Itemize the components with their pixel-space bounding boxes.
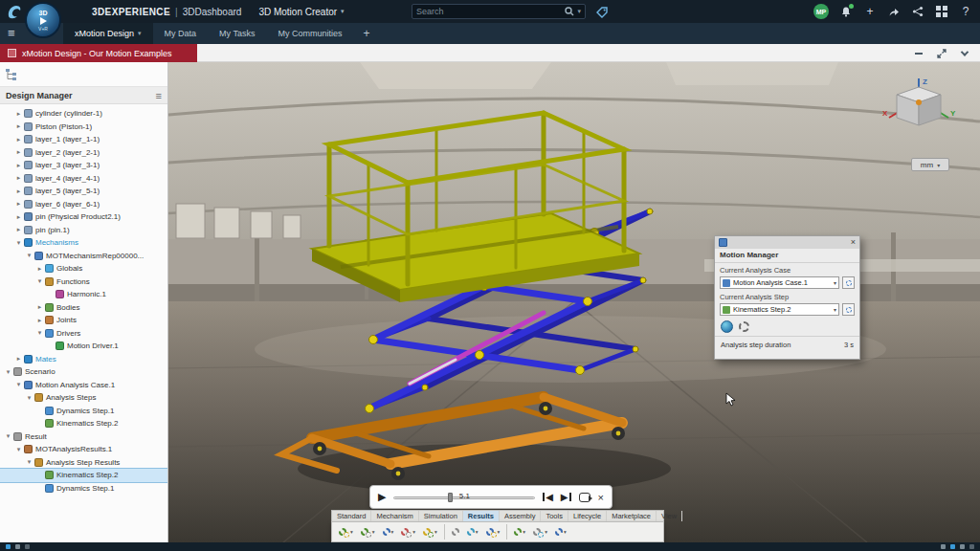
tree-expand-icon[interactable]: ▾	[35, 277, 44, 285]
tree-expand-icon[interactable]: ▾	[25, 394, 33, 402]
ribbon-tab-marketplace[interactable]: Marketplace	[607, 511, 657, 521]
tree-expand-icon[interactable]: ▸	[14, 213, 23, 221]
view-cube[interactable]: Z X Y	[881, 76, 958, 137]
close-playback-icon[interactable]: ×	[598, 492, 604, 503]
tree-item[interactable]: ▾MOTAnalysisResults.1	[0, 443, 167, 456]
tag-filter-button[interactable]	[593, 3, 611, 20]
mechanism-check-icon[interactable]	[449, 523, 462, 540]
tree-expand-icon[interactable]: ▾	[25, 458, 33, 466]
units-dropdown[interactable]: mm ▾	[911, 158, 949, 171]
search-input[interactable]	[416, 7, 565, 16]
collapse-button[interactable]	[959, 48, 970, 59]
tree-item[interactable]: ▸layer_4 (layer_4-1)	[0, 172, 167, 186]
ribbon-tab-mechanism[interactable]: Mechanism	[371, 511, 418, 521]
nav-tab-my-communities[interactable]: My Communities	[266, 23, 353, 44]
tree-item[interactable]: Motion Driver.1	[0, 340, 167, 353]
tree-item[interactable]: ▸layer_5 (layer_5-1)	[0, 185, 167, 198]
tree-expand-icon[interactable]: ▸	[14, 200, 23, 208]
minimize-button[interactable]	[913, 48, 924, 59]
tree-item[interactable]: ▾Result	[0, 430, 167, 444]
step-forward-button[interactable]: ▶	[561, 492, 571, 502]
ribbon-tab-tools[interactable]: Tools	[541, 511, 568, 521]
tree-expand-icon[interactable]: ▾	[4, 432, 12, 440]
ribbon-tab-simulation[interactable]: Simulation	[419, 511, 463, 521]
tree-item[interactable]: Harmonic.1	[0, 288, 167, 301]
tree-expand-icon[interactable]: ▸	[14, 226, 23, 233]
help-button[interactable]: ?	[959, 5, 972, 18]
tree-item[interactable]: ▸layer_2 (layer_2-1)	[0, 146, 167, 160]
tree-item[interactable]: Kinematics Step.2	[0, 417, 167, 430]
ribbon-tab-view[interactable]: View	[657, 511, 682, 521]
tree-item[interactable]: ▸layer_3 (layer_3-1)	[0, 159, 167, 172]
step-back-button[interactable]: ◀	[543, 492, 553, 502]
tree-expand-icon[interactable]: ▸	[14, 136, 23, 143]
avatar[interactable]: MP	[813, 4, 829, 19]
add-content-button[interactable]: +	[863, 5, 877, 18]
status-left-icons[interactable]	[6, 544, 30, 549]
analysis-step-select[interactable]: Kinematics Step.2 ▾	[720, 303, 839, 316]
status-right-icons[interactable]	[941, 544, 974, 549]
results-player-icon[interactable]: ▾	[483, 523, 503, 540]
add-tab-button[interactable]: +	[353, 27, 379, 40]
mechanism-representation-icon[interactable]: ▾	[358, 523, 378, 540]
panel-toggle-icon[interactable]: ≡	[8, 23, 15, 44]
search-options-chevron-icon[interactable]: ▾	[577, 8, 581, 15]
simulate-button[interactable]	[721, 320, 733, 333]
search-icon[interactable]	[565, 7, 574, 16]
open-case-button[interactable]	[842, 276, 855, 289]
tree-item[interactable]: Dynamics Step.1	[0, 405, 167, 418]
tree-item[interactable]: ▸pin (pin.1)	[0, 224, 167, 237]
nav-tab-xmotion-design[interactable]: xMotion Design▾	[63, 23, 153, 44]
tree-expand-icon[interactable]: ▾	[35, 329, 44, 337]
ribbon-tab-lifecycle[interactable]: Lifecycle	[568, 511, 607, 521]
nav-tab-my-tasks[interactable]: My Tasks	[208, 23, 266, 44]
tree-item[interactable]: Dynamics Step.1	[0, 482, 167, 496]
3d-viewport[interactable]: Z X Y mm ▾ × Motion Manager Current Anal…	[168, 62, 980, 542]
tree-expand-icon[interactable]: ▸	[14, 110, 23, 118]
tree-expand-icon[interactable]: ▸	[14, 122, 23, 130]
tree-item[interactable]: ▾Analysis Steps	[0, 391, 167, 405]
tree-expand-icon[interactable]: ▸	[35, 303, 44, 311]
tree-item[interactable]: ▸Globals	[0, 262, 167, 276]
tree-item[interactable]: ▸layer_6 (layer_6-1)	[0, 198, 167, 211]
tree-expand-icon[interactable]: ▸	[14, 187, 23, 195]
tree-expand-icon[interactable]: ▾	[14, 446, 23, 453]
tree-item[interactable]: ▸Mates	[0, 353, 167, 366]
scissor-lift-model[interactable]	[281, 113, 671, 494]
tree-expand-icon[interactable]: ▸	[14, 148, 23, 156]
tree-item[interactable]: ▸Joints	[0, 314, 167, 327]
tree-item[interactable]: ▾Drivers	[0, 327, 167, 341]
tree-expand-icon[interactable]: ▾	[25, 252, 33, 259]
tree-item[interactable]: ▾MOTMechanismRep00000...	[0, 250, 167, 263]
share-button[interactable]	[887, 5, 901, 18]
tree-expand-icon[interactable]: ▸	[35, 265, 44, 273]
loop-button[interactable]	[579, 493, 590, 502]
analysis-case-select[interactable]: Motion Analysis Case.1 ▾	[720, 276, 839, 289]
mechanism-manager-icon[interactable]: ▾	[336, 523, 356, 540]
tree-expand-icon[interactable]: ▾	[14, 239, 23, 247]
apps-menu-button[interactable]	[935, 5, 948, 18]
export-results-icon[interactable]: ▾	[530, 523, 550, 540]
tree-item[interactable]: ▾Functions	[0, 276, 167, 289]
notifications-button[interactable]	[839, 5, 853, 18]
probe-icon[interactable]: ▾	[464, 523, 481, 540]
collaboration-button[interactable]	[911, 5, 924, 18]
app-switcher[interactable]: 3D Motion Creator ▾	[258, 7, 344, 17]
tree-item[interactable]: ▸cylinder (cylinder-1)	[0, 107, 167, 121]
tree-item[interactable]: ▾Motion Analysis Case.1	[0, 379, 167, 392]
timeline-slider[interactable]: 5.1	[393, 491, 535, 504]
ribbon-tab-standard[interactable]: Standard	[332, 511, 371, 521]
tree-expand-icon[interactable]: ▾	[4, 368, 12, 376]
nav-tab-my-data[interactable]: My Data	[153, 23, 209, 44]
tree-item[interactable]: ▾Mechanisms	[0, 236, 167, 250]
tree-expand-icon[interactable]: ▸	[14, 162, 23, 169]
tree-expand-icon[interactable]: ▸	[35, 317, 44, 324]
structure-tree-icon[interactable]	[5, 68, 18, 81]
close-icon[interactable]: ×	[851, 238, 856, 247]
panel-menu-icon[interactable]: ≡	[156, 90, 162, 101]
tree-expand-icon[interactable]: ▾	[14, 381, 23, 388]
open-step-button[interactable]	[842, 303, 855, 316]
3dexperience-compass-icon[interactable]: 3D V+R	[25, 2, 61, 38]
tree-expand-icon[interactable]: ▸	[14, 174, 23, 182]
display-options-icon[interactable]: ▾	[552, 523, 569, 540]
